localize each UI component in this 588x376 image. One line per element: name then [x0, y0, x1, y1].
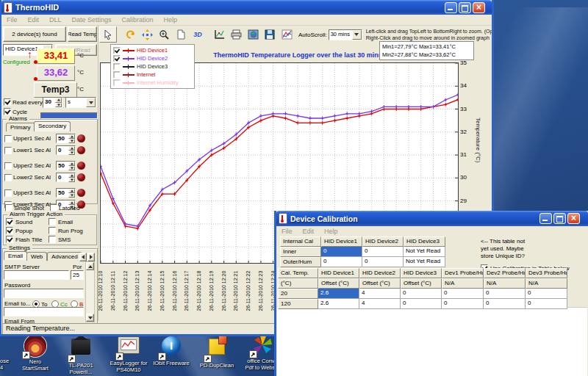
3d-button[interactable]: 3D	[190, 27, 206, 42]
autoscroll-select[interactable]: 30 mins	[329, 29, 362, 40]
table-cell[interactable]: 0	[484, 299, 526, 309]
graph-style-button[interactable]	[279, 27, 295, 42]
table-cell[interactable]: 4	[359, 299, 401, 309]
legend-checkbox-hid-device2[interactable]	[114, 55, 121, 62]
menu-item-dll[interactable]: DLL	[44, 15, 67, 24]
spinner[interactable]	[68, 189, 75, 197]
alarm-threshold-value[interactable]: 50	[56, 161, 76, 170]
alarm-threshold-value[interactable]: 50	[56, 188, 76, 198]
legend-checkbox-internet[interactable]	[114, 71, 121, 78]
refresh-button[interactable]	[122, 27, 138, 42]
title-bar[interactable]: ThermoHID	[1, 0, 492, 15]
table-cell[interactable]: 0	[401, 289, 442, 299]
trigger-checkbox-run-prog[interactable]	[49, 227, 56, 234]
spinner[interactable]	[68, 173, 75, 181]
print-button[interactable]	[228, 27, 244, 42]
legend-row-hid-device1[interactable]: HID Device1	[113, 46, 192, 54]
smtp-server-input[interactable]	[4, 270, 69, 280]
read-every-checkbox[interactable]	[4, 98, 11, 106]
password-input[interactable]	[4, 289, 84, 298]
alarm-threshold-value[interactable]: 0	[56, 173, 76, 182]
save-button[interactable]	[262, 27, 278, 42]
menu-item-edit[interactable]: Edit	[23, 15, 45, 24]
tab-advanced[interactable]: Advanced	[47, 252, 82, 261]
menu-item-file[interactable]: File	[276, 227, 298, 236]
tab-web[interactable]: Web	[26, 252, 47, 261]
table-cell[interactable]: 2.6	[318, 299, 359, 309]
settings-scrollbar[interactable]	[85, 261, 95, 322]
maximize-button[interactable]	[553, 213, 566, 224]
alarm-threshold-value[interactable]: 0	[56, 145, 76, 155]
table-cell[interactable]: 0	[484, 289, 526, 299]
close-button[interactable]	[473, 2, 485, 13]
legend-checkbox-hid-device1[interactable]	[114, 47, 121, 54]
spinner[interactable]	[55, 98, 62, 107]
table-cell[interactable]: 0	[401, 299, 442, 309]
table-cell[interactable]: 0	[321, 257, 362, 267]
table-cell[interactable]: 0	[362, 247, 404, 257]
dropdown-arrow-icon[interactable]	[352, 30, 362, 40]
pan-button[interactable]	[139, 27, 155, 42]
legend-checkbox-internet-humidity[interactable]	[114, 79, 121, 86]
trigger-checkbox-sms[interactable]	[49, 236, 56, 243]
export-image-button[interactable]	[245, 27, 261, 42]
spinner[interactable]	[80, 334, 87, 336]
scroll-down-button[interactable]	[86, 314, 94, 322]
menu-item-help[interactable]: Help	[319, 227, 343, 236]
table-cell-selected[interactable]: 2.6	[318, 289, 359, 299]
legend-checkbox-hid-device3[interactable]	[114, 63, 121, 70]
desktop-icon-nero-startsmart[interactable]: NeroStartSmart	[12, 334, 59, 372]
legend-row-internet-humidity[interactable]: Internet Humidity	[113, 79, 192, 87]
table-cell-selected[interactable]: 0	[321, 247, 362, 257]
menu-item-help[interactable]: Help	[159, 15, 183, 24]
dropdown-arrow-icon[interactable]	[86, 98, 96, 107]
legend-row-hid-device3[interactable]: HID Device3	[113, 62, 192, 70]
zoom-button[interactable]	[156, 27, 172, 42]
table-cell[interactable]: 4	[359, 289, 401, 299]
trigger-checkbox-email[interactable]	[49, 218, 56, 225]
copy-button[interactable]	[173, 27, 189, 42]
maximize-button[interactable]	[459, 2, 471, 13]
minimize-button[interactable]	[445, 2, 457, 13]
legend-row-internet[interactable]: Internet	[113, 70, 192, 79]
chart-edit-button[interactable]	[211, 27, 227, 42]
trigger-checkbox-popup[interactable]	[6, 227, 13, 234]
tab-primary[interactable]: Primary	[6, 123, 35, 131]
port-input[interactable]: 25	[71, 270, 84, 280]
table-cell[interactable]: Not Yet Read	[404, 257, 445, 267]
table-cell[interactable]: 0	[442, 289, 484, 299]
dialog-title-bar[interactable]: Device Calibration	[276, 211, 588, 226]
spinner[interactable]	[68, 146, 75, 154]
email-to-input[interactable]	[4, 307, 84, 317]
trigger-checkbox-flash-title[interactable]	[6, 236, 13, 243]
spinner[interactable]	[68, 134, 75, 142]
alarm-checkbox[interactable]	[4, 135, 12, 142]
read-temp-button[interactable]: Read Temp	[68, 26, 97, 42]
close-button[interactable]	[567, 213, 580, 224]
desktop-icon-pd-dupclean[interactable]: PD-DupClean	[191, 334, 243, 369]
legend-row-hid-device2[interactable]: HID Device2	[113, 54, 192, 62]
tab-scroll-left-button[interactable]	[79, 253, 87, 261]
pointer-tool-button[interactable]	[99, 26, 117, 43]
tab-secondary[interactable]: Secondary	[34, 121, 71, 131]
alarm-threshold-value[interactable]: 50	[56, 134, 76, 143]
alarm-checkbox[interactable]	[4, 174, 12, 181]
trigger-checkbox-sound[interactable]	[6, 218, 13, 225]
table-cell[interactable]: 0	[442, 299, 484, 309]
devices-found-button[interactable]: 2 device(s) found	[3, 26, 66, 42]
spinner[interactable]	[68, 162, 75, 170]
menu-item-date-settings[interactable]: Date Settings	[67, 15, 117, 24]
read-every-unit-select[interactable]: s	[65, 97, 96, 108]
tab-email[interactable]: Email	[4, 251, 27, 260]
scroll-up-button[interactable]	[86, 262, 94, 270]
alarm-checkbox[interactable]	[4, 162, 12, 170]
tab-scroll-right-button[interactable]	[87, 253, 95, 261]
menu-item-calibration[interactable]: Calibration	[117, 15, 159, 24]
read-every-value[interactable]: 30	[43, 97, 62, 108]
menu-item-file[interactable]: File	[1, 15, 23, 24]
desktop-icon-iobit-freeware[interactable]: IIObit Freeware	[146, 334, 197, 366]
desktop-icon-tl-pa201-powerli[interactable]: TL-PA201Powerli...	[57, 334, 104, 375]
alarm-checkbox[interactable]	[4, 189, 12, 197]
table-cell[interactable]: Not Yet Read	[404, 247, 445, 257]
cycle-checkbox[interactable]	[4, 108, 11, 115]
